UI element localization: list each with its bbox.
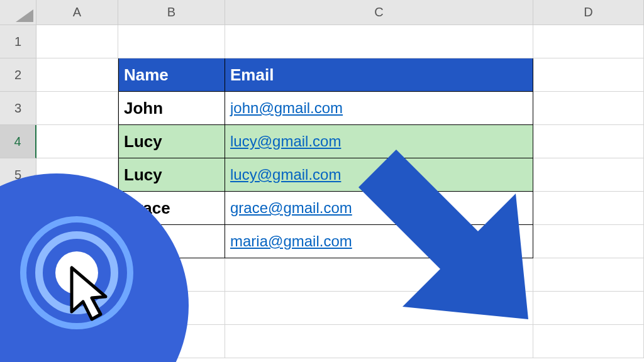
cell-A3[interactable] — [36, 92, 118, 125]
cell-C4-email[interactable]: lucy@gmail.com — [225, 125, 533, 158]
cell-D3[interactable] — [533, 92, 644, 125]
cell-D7[interactable] — [533, 225, 644, 258]
column-header-A[interactable]: A — [36, 0, 118, 25]
cell-C6-email[interactable]: grace@gmail.com — [225, 192, 533, 225]
cell-D5[interactable] — [533, 158, 644, 192]
email-link[interactable]: grace@gmail.com — [230, 199, 352, 217]
cell-C1[interactable] — [225, 25, 533, 58]
cell-C2-header-email[interactable]: Email — [225, 58, 533, 92]
email-link[interactable]: lucy@gmail.com — [230, 166, 341, 184]
cell-A1[interactable] — [36, 25, 118, 58]
cell-D2[interactable] — [533, 58, 644, 92]
cell-D1[interactable] — [533, 25, 644, 58]
cell-D6[interactable] — [533, 192, 644, 225]
column-header-C[interactable]: C — [225, 0, 533, 25]
select-all-corner[interactable] — [0, 0, 36, 25]
cell-C9[interactable] — [225, 292, 533, 325]
cell-B2-header-name[interactable]: Name — [118, 58, 225, 92]
cell-C7-email[interactable]: maria@gmail.com — [225, 225, 533, 258]
cell-D4[interactable] — [533, 125, 644, 158]
cell-A4[interactable] — [36, 125, 118, 158]
cell-C3-email[interactable]: john@gmail.com — [225, 92, 533, 125]
row-header-4[interactable]: 4 — [0, 125, 36, 158]
cell-C5-email[interactable]: lucy@gmail.com — [225, 158, 533, 192]
cell-B3-name[interactable]: John — [118, 92, 225, 125]
cell-B4-name[interactable]: Lucy — [118, 125, 225, 158]
row-header-1[interactable]: 1 — [0, 25, 36, 58]
cell-C10[interactable] — [225, 325, 533, 358]
email-link[interactable]: lucy@gmail.com — [230, 133, 341, 150]
column-header-D[interactable]: D — [533, 0, 644, 25]
column-headers: A B C D — [0, 0, 644, 25]
cell-B5-name[interactable]: Lucy — [118, 158, 225, 192]
cell-A2[interactable] — [36, 58, 118, 92]
cell-D9[interactable] — [533, 292, 644, 325]
cell-B1[interactable] — [118, 25, 225, 58]
column-header-B[interactable]: B — [118, 0, 225, 25]
cell-D8[interactable] — [533, 258, 644, 292]
email-link[interactable]: maria@gmail.com — [230, 233, 352, 250]
row-header-2[interactable]: 2 — [0, 58, 36, 92]
brand-cursor-icon — [14, 210, 152, 348]
cell-C8[interactable] — [225, 258, 533, 292]
email-link[interactable]: john@gmail.com — [230, 99, 343, 117]
cell-D10[interactable] — [533, 325, 644, 358]
spreadsheet: A B C D 1 2 3 4 5 6 7 8 9 10 Name Email — [0, 0, 644, 362]
row-header-3[interactable]: 3 — [0, 92, 36, 125]
